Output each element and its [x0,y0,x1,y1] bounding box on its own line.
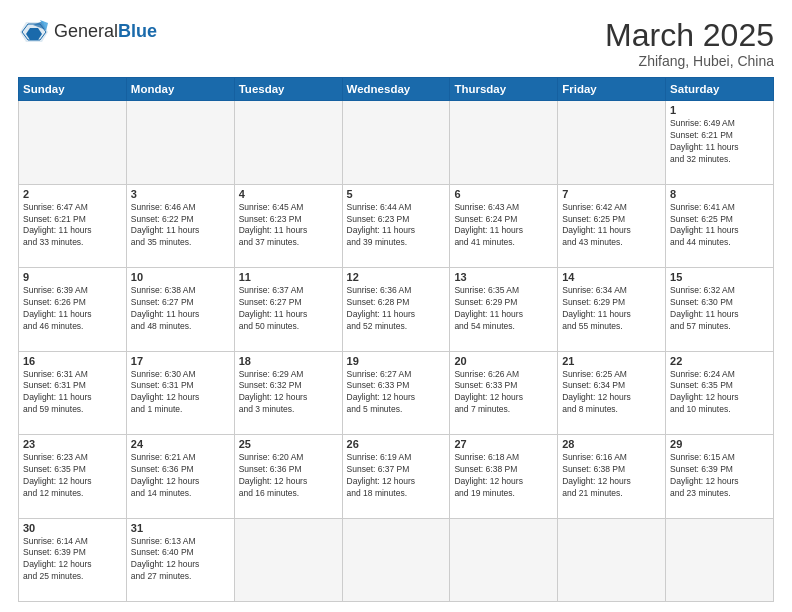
day-number: 1 [670,104,769,116]
day-number: 29 [670,438,769,450]
col-header-sunday: Sunday [19,78,127,101]
calendar-week-row: 2Sunrise: 6:47 AM Sunset: 6:21 PM Daylig… [19,184,774,267]
day-info: Sunrise: 6:14 AM Sunset: 6:39 PM Dayligh… [23,536,122,584]
day-number: 3 [131,188,230,200]
calendar-cell: 4Sunrise: 6:45 AM Sunset: 6:23 PM Daylig… [234,184,342,267]
calendar-cell: 11Sunrise: 6:37 AM Sunset: 6:27 PM Dayli… [234,268,342,351]
page: GeneralBlue March 2025 Zhifang, Hubei, C… [0,0,792,612]
day-number: 9 [23,271,122,283]
day-info: Sunrise: 6:20 AM Sunset: 6:36 PM Dayligh… [239,452,338,500]
day-number: 22 [670,355,769,367]
day-info: Sunrise: 6:23 AM Sunset: 6:35 PM Dayligh… [23,452,122,500]
day-info: Sunrise: 6:34 AM Sunset: 6:29 PM Dayligh… [562,285,661,333]
calendar-cell: 25Sunrise: 6:20 AM Sunset: 6:36 PM Dayli… [234,435,342,518]
calendar-cell: 14Sunrise: 6:34 AM Sunset: 6:29 PM Dayli… [558,268,666,351]
calendar-cell: 2Sunrise: 6:47 AM Sunset: 6:21 PM Daylig… [19,184,127,267]
day-number: 27 [454,438,553,450]
day-info: Sunrise: 6:38 AM Sunset: 6:27 PM Dayligh… [131,285,230,333]
calendar-cell: 7Sunrise: 6:42 AM Sunset: 6:25 PM Daylig… [558,184,666,267]
calendar-cell: 27Sunrise: 6:18 AM Sunset: 6:38 PM Dayli… [450,435,558,518]
calendar-cell: 31Sunrise: 6:13 AM Sunset: 6:40 PM Dayli… [126,518,234,601]
day-info: Sunrise: 6:25 AM Sunset: 6:34 PM Dayligh… [562,369,661,417]
calendar-cell: 26Sunrise: 6:19 AM Sunset: 6:37 PM Dayli… [342,435,450,518]
day-number: 28 [562,438,661,450]
day-info: Sunrise: 6:32 AM Sunset: 6:30 PM Dayligh… [670,285,769,333]
day-number: 19 [347,355,446,367]
calendar-cell: 17Sunrise: 6:30 AM Sunset: 6:31 PM Dayli… [126,351,234,434]
day-info: Sunrise: 6:18 AM Sunset: 6:38 PM Dayligh… [454,452,553,500]
day-number: 4 [239,188,338,200]
day-info: Sunrise: 6:29 AM Sunset: 6:32 PM Dayligh… [239,369,338,417]
day-number: 2 [23,188,122,200]
calendar-cell: 29Sunrise: 6:15 AM Sunset: 6:39 PM Dayli… [666,435,774,518]
logo-text: GeneralBlue [54,22,157,42]
calendar-week-row: 9Sunrise: 6:39 AM Sunset: 6:26 PM Daylig… [19,268,774,351]
day-number: 30 [23,522,122,534]
day-number: 5 [347,188,446,200]
calendar-cell [450,101,558,184]
day-info: Sunrise: 6:31 AM Sunset: 6:31 PM Dayligh… [23,369,122,417]
day-info: Sunrise: 6:47 AM Sunset: 6:21 PM Dayligh… [23,202,122,250]
day-info: Sunrise: 6:49 AM Sunset: 6:21 PM Dayligh… [670,118,769,166]
calendar-cell [342,518,450,601]
day-info: Sunrise: 6:19 AM Sunset: 6:37 PM Dayligh… [347,452,446,500]
title-block: March 2025 Zhifang, Hubei, China [605,18,774,69]
calendar-table: SundayMondayTuesdayWednesdayThursdayFrid… [18,77,774,602]
day-info: Sunrise: 6:15 AM Sunset: 6:39 PM Dayligh… [670,452,769,500]
col-header-wednesday: Wednesday [342,78,450,101]
day-info: Sunrise: 6:35 AM Sunset: 6:29 PM Dayligh… [454,285,553,333]
day-number: 11 [239,271,338,283]
day-number: 14 [562,271,661,283]
day-info: Sunrise: 6:16 AM Sunset: 6:38 PM Dayligh… [562,452,661,500]
day-number: 7 [562,188,661,200]
col-header-thursday: Thursday [450,78,558,101]
day-info: Sunrise: 6:21 AM Sunset: 6:36 PM Dayligh… [131,452,230,500]
day-number: 24 [131,438,230,450]
col-header-tuesday: Tuesday [234,78,342,101]
calendar-cell: 13Sunrise: 6:35 AM Sunset: 6:29 PM Dayli… [450,268,558,351]
header: GeneralBlue March 2025 Zhifang, Hubei, C… [18,18,774,69]
calendar-cell: 1Sunrise: 6:49 AM Sunset: 6:21 PM Daylig… [666,101,774,184]
calendar-week-row: 30Sunrise: 6:14 AM Sunset: 6:39 PM Dayli… [19,518,774,601]
calendar-cell: 10Sunrise: 6:38 AM Sunset: 6:27 PM Dayli… [126,268,234,351]
day-number: 21 [562,355,661,367]
day-number: 16 [23,355,122,367]
calendar-cell: 3Sunrise: 6:46 AM Sunset: 6:22 PM Daylig… [126,184,234,267]
day-number: 26 [347,438,446,450]
calendar-cell: 20Sunrise: 6:26 AM Sunset: 6:33 PM Dayli… [450,351,558,434]
day-info: Sunrise: 6:45 AM Sunset: 6:23 PM Dayligh… [239,202,338,250]
day-info: Sunrise: 6:30 AM Sunset: 6:31 PM Dayligh… [131,369,230,417]
calendar-cell: 8Sunrise: 6:41 AM Sunset: 6:25 PM Daylig… [666,184,774,267]
location-title: Zhifang, Hubei, China [605,53,774,69]
day-number: 13 [454,271,553,283]
calendar-cell [126,101,234,184]
day-info: Sunrise: 6:26 AM Sunset: 6:33 PM Dayligh… [454,369,553,417]
day-number: 6 [454,188,553,200]
calendar-cell: 21Sunrise: 6:25 AM Sunset: 6:34 PM Dayli… [558,351,666,434]
calendar-week-row: 23Sunrise: 6:23 AM Sunset: 6:35 PM Dayli… [19,435,774,518]
day-number: 23 [23,438,122,450]
day-info: Sunrise: 6:43 AM Sunset: 6:24 PM Dayligh… [454,202,553,250]
calendar-cell [558,101,666,184]
calendar-cell: 28Sunrise: 6:16 AM Sunset: 6:38 PM Dayli… [558,435,666,518]
day-info: Sunrise: 6:36 AM Sunset: 6:28 PM Dayligh… [347,285,446,333]
day-number: 12 [347,271,446,283]
calendar-cell: 12Sunrise: 6:36 AM Sunset: 6:28 PM Dayli… [342,268,450,351]
calendar-cell [234,518,342,601]
calendar-week-row: 1Sunrise: 6:49 AM Sunset: 6:21 PM Daylig… [19,101,774,184]
calendar-cell: 5Sunrise: 6:44 AM Sunset: 6:23 PM Daylig… [342,184,450,267]
generalblue-icon [18,18,50,46]
day-info: Sunrise: 6:24 AM Sunset: 6:35 PM Dayligh… [670,369,769,417]
day-number: 18 [239,355,338,367]
calendar-cell: 9Sunrise: 6:39 AM Sunset: 6:26 PM Daylig… [19,268,127,351]
day-number: 25 [239,438,338,450]
day-info: Sunrise: 6:46 AM Sunset: 6:22 PM Dayligh… [131,202,230,250]
calendar-cell: 16Sunrise: 6:31 AM Sunset: 6:31 PM Dayli… [19,351,127,434]
calendar-header-row: SundayMondayTuesdayWednesdayThursdayFrid… [19,78,774,101]
calendar-cell [450,518,558,601]
day-number: 8 [670,188,769,200]
calendar-cell: 6Sunrise: 6:43 AM Sunset: 6:24 PM Daylig… [450,184,558,267]
day-info: Sunrise: 6:44 AM Sunset: 6:23 PM Dayligh… [347,202,446,250]
calendar-cell [19,101,127,184]
col-header-friday: Friday [558,78,666,101]
